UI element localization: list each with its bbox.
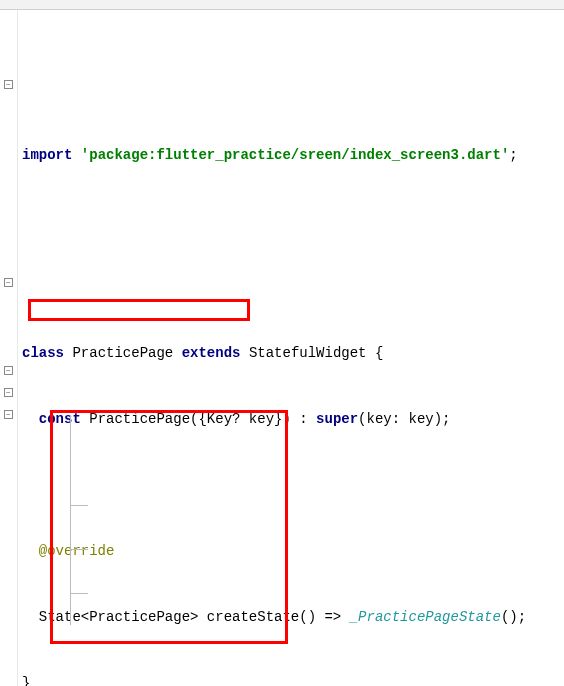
code-area[interactable]: import 'package:flutter_practice/sreen/i… [18, 10, 564, 686]
code-line[interactable]: } [22, 672, 564, 686]
tree-guide [70, 549, 88, 550]
code-line[interactable] [22, 276, 564, 298]
highlight-box [28, 299, 250, 321]
fold-icon[interactable]: − [4, 278, 13, 287]
fold-icon[interactable]: − [4, 410, 13, 419]
fold-icon[interactable]: − [4, 80, 13, 89]
code-line[interactable] [22, 474, 564, 496]
fold-icon[interactable]: − [4, 388, 13, 397]
code-line[interactable]: const PracticePage({Key? key}) : super(k… [22, 408, 564, 430]
code-editor[interactable]: − − − − − import 'package:flutter_practi… [0, 10, 564, 686]
code-line[interactable]: State<PracticePage> createState() => _Pr… [22, 606, 564, 628]
tree-guide [70, 593, 88, 594]
code-line[interactable]: import 'package:flutter_practice/sreen/i… [22, 144, 564, 166]
tab-bar[interactable] [0, 0, 564, 10]
gutter: − − − − − [0, 10, 18, 686]
code-line[interactable]: @override [22, 540, 564, 562]
fold-icon[interactable]: − [4, 366, 13, 375]
tree-guide [70, 505, 88, 506]
code-line[interactable]: class PracticePage extends StatefulWidge… [22, 342, 564, 364]
code-line[interactable] [22, 210, 564, 232]
